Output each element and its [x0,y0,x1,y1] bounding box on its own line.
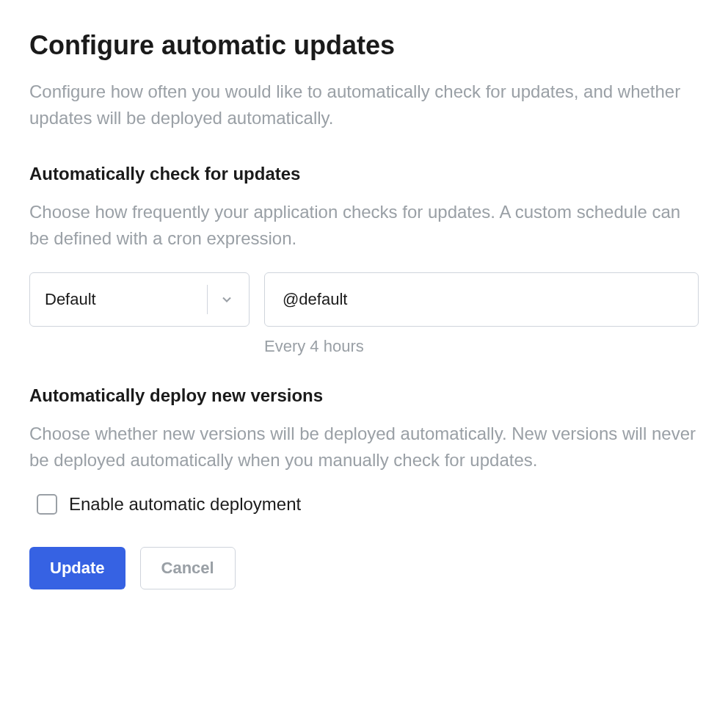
page-title: Configure automatic updates [29,29,699,61]
schedule-select-value: Default [45,290,201,309]
action-buttons: Update Cancel [29,547,699,589]
deploy-section: Automatically deploy new versions Choose… [29,385,699,515]
page-description: Configure how often you would like to au… [29,79,699,131]
config-panel: Configure automatic updates Configure ho… [29,29,699,589]
check-updates-title: Automatically check for updates [29,164,699,184]
helper-row: Every 4 hours [29,334,699,356]
check-updates-section: Automatically check for updates Choose h… [29,164,699,356]
schedule-helper-text: Every 4 hours [264,334,364,356]
chevron-down-icon [219,292,234,307]
deploy-description: Choose whether new versions will be depl… [29,421,699,473]
check-updates-description: Choose how frequently your application c… [29,199,699,252]
auto-deploy-label: Enable automatic deployment [69,494,301,515]
schedule-row: Default [29,272,699,327]
auto-deploy-checkbox[interactable]: Enable automatic deployment [29,494,699,515]
cancel-button[interactable]: Cancel [140,547,236,589]
schedule-input[interactable] [264,272,699,327]
deploy-title: Automatically deploy new versions [29,385,699,406]
update-button[interactable]: Update [29,547,125,589]
select-divider [207,285,208,314]
schedule-select[interactable]: Default [29,272,250,327]
checkbox-box-icon [37,494,57,515]
